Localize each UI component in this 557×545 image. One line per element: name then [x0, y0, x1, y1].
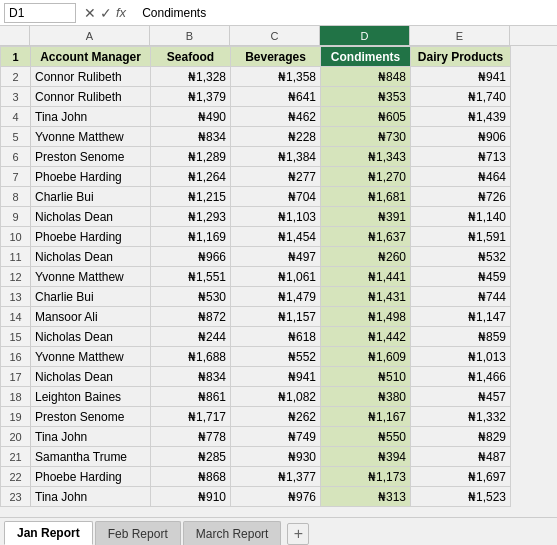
cell-d15[interactable]: ₦1,442 — [321, 327, 411, 347]
cell-e11[interactable]: ₦532 — [411, 247, 511, 267]
cell-b17[interactable]: ₦834 — [151, 367, 231, 387]
cell-c11[interactable]: ₦497 — [231, 247, 321, 267]
cell-c7[interactable]: ₦277 — [231, 167, 321, 187]
cell-e12[interactable]: ₦459 — [411, 267, 511, 287]
cell-b23[interactable]: ₦910 — [151, 487, 231, 507]
header-beverages[interactable]: Beverages — [231, 47, 321, 67]
cell-b19[interactable]: ₦1,717 — [151, 407, 231, 427]
tab-jan-report[interactable]: Jan Report — [4, 521, 93, 545]
cell-d22[interactable]: ₦1,173 — [321, 467, 411, 487]
cell-e9[interactable]: ₦1,140 — [411, 207, 511, 227]
cell-e17[interactable]: ₦1,466 — [411, 367, 511, 387]
add-sheet-button[interactable]: + — [287, 523, 309, 545]
cell-e21[interactable]: ₦487 — [411, 447, 511, 467]
cell-c8[interactable]: ₦704 — [231, 187, 321, 207]
cancel-icon[interactable]: ✕ — [84, 5, 96, 21]
cell-a12[interactable]: Yvonne Matthew — [31, 267, 151, 287]
cell-a14[interactable]: Mansoor Ali — [31, 307, 151, 327]
cell-b6[interactable]: ₦1,289 — [151, 147, 231, 167]
cell-c5[interactable]: ₦228 — [231, 127, 321, 147]
confirm-icon[interactable]: ✓ — [100, 5, 112, 21]
row-num-16[interactable]: 16 — [1, 347, 31, 367]
cell-e6[interactable]: ₦713 — [411, 147, 511, 167]
cell-d13[interactable]: ₦1,431 — [321, 287, 411, 307]
cell-c15[interactable]: ₦618 — [231, 327, 321, 347]
row-num-22[interactable]: 22 — [1, 467, 31, 487]
cell-c22[interactable]: ₦1,377 — [231, 467, 321, 487]
cell-a17[interactable]: Nicholas Dean — [31, 367, 151, 387]
cell-d16[interactable]: ₦1,609 — [321, 347, 411, 367]
cell-c12[interactable]: ₦1,061 — [231, 267, 321, 287]
cell-b20[interactable]: ₦778 — [151, 427, 231, 447]
cell-a16[interactable]: Yvonne Matthew — [31, 347, 151, 367]
row-num-11[interactable]: 11 — [1, 247, 31, 267]
name-box[interactable] — [4, 3, 76, 23]
cell-a19[interactable]: Preston Senome — [31, 407, 151, 427]
tab-feb-report[interactable]: Feb Report — [95, 521, 181, 545]
row-num-12[interactable]: 12 — [1, 267, 31, 287]
header-dairy[interactable]: Dairy Products — [411, 47, 511, 67]
cell-b10[interactable]: ₦1,169 — [151, 227, 231, 247]
cell-a15[interactable]: Nicholas Dean — [31, 327, 151, 347]
col-header-e[interactable]: E — [410, 26, 510, 45]
cell-e7[interactable]: ₦464 — [411, 167, 511, 187]
cell-e8[interactable]: ₦726 — [411, 187, 511, 207]
cell-a18[interactable]: Leighton Baines — [31, 387, 151, 407]
row-num-13[interactable]: 13 — [1, 287, 31, 307]
cell-c23[interactable]: ₦976 — [231, 487, 321, 507]
cell-e10[interactable]: ₦1,591 — [411, 227, 511, 247]
cell-b16[interactable]: ₦1,688 — [151, 347, 231, 367]
cell-c19[interactable]: ₦262 — [231, 407, 321, 427]
cell-b13[interactable]: ₦530 — [151, 287, 231, 307]
cell-c9[interactable]: ₦1,103 — [231, 207, 321, 227]
cell-b21[interactable]: ₦285 — [151, 447, 231, 467]
cell-b22[interactable]: ₦868 — [151, 467, 231, 487]
cell-e4[interactable]: ₦1,439 — [411, 107, 511, 127]
cell-a5[interactable]: Yvonne Matthew — [31, 127, 151, 147]
cell-d12[interactable]: ₦1,441 — [321, 267, 411, 287]
cell-a23[interactable]: Tina John — [31, 487, 151, 507]
cell-e18[interactable]: ₦457 — [411, 387, 511, 407]
cell-d9[interactable]: ₦391 — [321, 207, 411, 227]
cell-c2[interactable]: ₦1,358 — [231, 67, 321, 87]
cell-e23[interactable]: ₦1,523 — [411, 487, 511, 507]
cell-e3[interactable]: ₦1,740 — [411, 87, 511, 107]
cell-a2[interactable]: Connor Rulibeth — [31, 67, 151, 87]
row-num-18[interactable]: 18 — [1, 387, 31, 407]
cell-a21[interactable]: Samantha Trume — [31, 447, 151, 467]
cell-a8[interactable]: Charlie Bui — [31, 187, 151, 207]
tab-march-report[interactable]: March Report — [183, 521, 282, 545]
cell-b11[interactable]: ₦966 — [151, 247, 231, 267]
cell-b14[interactable]: ₦872 — [151, 307, 231, 327]
cell-e19[interactable]: ₦1,332 — [411, 407, 511, 427]
cell-c3[interactable]: ₦641 — [231, 87, 321, 107]
header-account-manager[interactable]: Account Manager — [31, 47, 151, 67]
cell-c20[interactable]: ₦749 — [231, 427, 321, 447]
cell-d23[interactable]: ₦313 — [321, 487, 411, 507]
row-num-14[interactable]: 14 — [1, 307, 31, 327]
row-num-23[interactable]: 23 — [1, 487, 31, 507]
cell-d3[interactable]: ₦353 — [321, 87, 411, 107]
header-condiments[interactable]: Condiments — [321, 47, 411, 67]
row-num-9[interactable]: 9 — [1, 207, 31, 227]
cell-b18[interactable]: ₦861 — [151, 387, 231, 407]
cell-b15[interactable]: ₦244 — [151, 327, 231, 347]
cell-c4[interactable]: ₦462 — [231, 107, 321, 127]
row-num-15[interactable]: 15 — [1, 327, 31, 347]
cell-e13[interactable]: ₦744 — [411, 287, 511, 307]
cell-a10[interactable]: Phoebe Harding — [31, 227, 151, 247]
cell-c14[interactable]: ₦1,157 — [231, 307, 321, 327]
row-num-3[interactable]: 3 — [1, 87, 31, 107]
cell-e22[interactable]: ₦1,697 — [411, 467, 511, 487]
col-header-d[interactable]: D — [320, 26, 410, 45]
cell-a13[interactable]: Charlie Bui — [31, 287, 151, 307]
cell-e14[interactable]: ₦1,147 — [411, 307, 511, 327]
cell-a9[interactable]: Nicholas Dean — [31, 207, 151, 227]
cell-a6[interactable]: Preston Senome — [31, 147, 151, 167]
cell-c16[interactable]: ₦552 — [231, 347, 321, 367]
cell-d14[interactable]: ₦1,498 — [321, 307, 411, 327]
cell-d19[interactable]: ₦1,167 — [321, 407, 411, 427]
col-header-c[interactable]: C — [230, 26, 320, 45]
cell-d21[interactable]: ₦394 — [321, 447, 411, 467]
cell-a7[interactable]: Phoebe Harding — [31, 167, 151, 187]
